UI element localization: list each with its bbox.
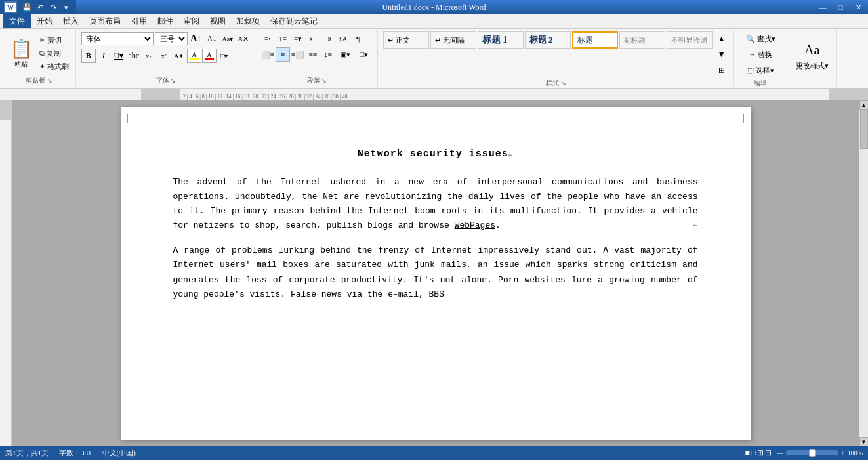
find-button[interactable]: 🔍 查找▾ (741, 31, 780, 46)
sort-button[interactable]: ↕A (336, 31, 350, 46)
menu-review[interactable]: 审阅 (178, 14, 205, 28)
border-para-button[interactable]: □▾ (355, 47, 373, 62)
bold-button[interactable]: B (81, 49, 96, 63)
align-left-button[interactable]: ⬜≡ (260, 47, 275, 62)
undo-button[interactable]: ↶ (34, 1, 46, 13)
text-effect-button[interactable]: A✦ (172, 49, 186, 63)
change-styles-button[interactable]: 更改样式▾ (793, 59, 832, 73)
italic-button[interactable]: I (96, 49, 111, 63)
style-no-space-button[interactable]: ↵ 无间隔 (430, 31, 476, 49)
multilevel-list-button[interactable]: ≡▾ (291, 31, 305, 46)
outline-button[interactable]: ⊟ (765, 448, 772, 458)
underline-button[interactable]: U▾ (112, 49, 126, 63)
para2-text: A range of problems lurking behind the f… (173, 245, 698, 299)
style-h2-button[interactable]: 标题 2 (525, 31, 571, 49)
minimize-button[interactable]: — (814, 1, 831, 13)
para1-return-mark: ↵ (693, 219, 698, 231)
styles-scroll-up[interactable]: ▲ (714, 31, 729, 46)
format-painter-button[interactable]: ✦ 格式刷 (37, 60, 72, 73)
vertical-ruler (0, 100, 12, 446)
web-layout-button[interactable]: ⊞ (757, 448, 764, 458)
zoom-out-button[interactable]: — (777, 450, 783, 457)
menu-insert[interactable]: 插入 (58, 14, 84, 28)
font-group-title: 字体 ↘ (156, 75, 176, 85)
full-screen-button[interactable]: □ (751, 448, 756, 458)
clear-format-button[interactable]: A✕ (236, 31, 251, 46)
justify-button[interactable]: ≡≡ (306, 47, 320, 62)
menu-file[interactable]: 文件 (3, 14, 31, 28)
customize-quick-access-button[interactable]: ▾ (60, 1, 72, 13)
style-normal-label: ↵ 正文 (388, 35, 410, 45)
scroll-up-button[interactable]: ▲ (859, 100, 869, 110)
style-normal-button[interactable]: ↵ 正文 (383, 31, 429, 49)
style-no-space-label: ↵ 无间隔 (435, 35, 465, 45)
copy-button[interactable]: ⧉ 复制 (37, 47, 72, 60)
clipboard-group-title: 剪贴板 ↘ (26, 75, 52, 85)
cut-button[interactable]: ✂ 剪切 (37, 34, 72, 47)
menu-mailings[interactable]: 邮件 (152, 14, 178, 28)
paste-button[interactable]: 📋 粘贴 (7, 33, 35, 73)
redo-button[interactable]: ↷ (47, 1, 59, 13)
show-marks-button[interactable]: ¶ (351, 31, 365, 46)
zoom-in-button[interactable]: + (841, 450, 845, 457)
font-case-button[interactable]: Aa▾ (220, 31, 235, 46)
close-button[interactable]: ✕ (850, 1, 867, 13)
title-bar: W 💾 ↶ ↷ ▾ Untitled1.docx - Microsoft Wor… (0, 0, 868, 14)
save-button[interactable]: 💾 (21, 1, 33, 13)
menu-home[interactable]: 开始 (31, 14, 58, 28)
strikethrough-button[interactable]: abc (127, 49, 141, 63)
styles-more[interactable]: ⊞ (714, 63, 729, 77)
align-center-button[interactable]: ≡ (276, 47, 290, 62)
line-spacing-button[interactable]: ↕≡ (321, 47, 335, 62)
style-title-button[interactable]: 标题 (572, 31, 618, 49)
font-size-select[interactable]: 三号 (155, 32, 188, 45)
font-color-button[interactable]: A (202, 49, 217, 63)
paragraph-2[interactable]: A range of problems lurking behind the f… (173, 243, 698, 301)
webpages-link[interactable]: WebPages (455, 220, 495, 230)
scroll-thumb[interactable] (860, 110, 868, 149)
page-info: 第1页，共1页 (5, 448, 49, 458)
menu-view[interactable]: 视图 (205, 14, 231, 28)
superscript-button[interactable]: x² (157, 49, 171, 63)
page-corner-tl (127, 114, 136, 123)
zoom-slider[interactable] (786, 450, 838, 455)
print-layout-button[interactable]: ■ (745, 448, 750, 458)
replace-button[interactable]: ↔ 替换 (741, 47, 780, 62)
paragraph-1[interactable]: The advent of the Internet ushered in a … (173, 175, 698, 233)
font-grow-button[interactable]: A↑ (189, 31, 203, 46)
highlight-color-button[interactable]: A (187, 49, 201, 63)
numbering-button[interactable]: 1≡ (276, 31, 290, 46)
zoom-level[interactable]: 100% (848, 450, 863, 457)
decrease-indent-button[interactable]: ⇤ (306, 31, 320, 46)
style-subtle-button[interactable]: 不明显强调 (667, 31, 713, 49)
select-button[interactable]: ⬚ 选择▾ (741, 63, 780, 77)
zoom-controls: — + 100% (777, 450, 863, 457)
menu-addins[interactable]: 加载项 (231, 14, 265, 28)
styles-group-title: 样式 ↘ (546, 77, 566, 88)
font-group-content: 宋体 三号 A↑ A↓ Aa▾ A✕ B I U▾ abc x₂ x² (81, 31, 251, 75)
vertical-scrollbar[interactable]: ▲ ▼ (859, 100, 868, 446)
menu-cloud-save[interactable]: 保存到云笔记 (265, 14, 323, 28)
bullets-button[interactable]: ≡• (260, 31, 275, 46)
subscript-button[interactable]: x₂ (142, 49, 156, 63)
clipboard-group: 📋 粘贴 ✂ 剪切 ⧉ 复制 ✦ 格式刷 剪贴板 ↘ (3, 30, 76, 87)
menu-references[interactable]: 引用 (126, 14, 152, 28)
font-name-select[interactable]: 宋体 (81, 32, 154, 45)
menu-page-layout[interactable]: 页面布局 (84, 14, 126, 28)
shading-button[interactable]: ▣▾ (336, 47, 354, 62)
document-area[interactable]: Network security issues↵ The advent of t… (12, 100, 859, 446)
align-right-button[interactable]: ≡⬜ (291, 47, 305, 62)
scroll-down-button[interactable]: ▼ (859, 437, 869, 446)
document-title[interactable]: Network security issues↵ (173, 146, 698, 162)
status-right-controls: ■ □ ⊞ ⊟ — + 100% (745, 448, 863, 458)
maximize-button[interactable]: □ (832, 1, 849, 13)
border-button[interactable]: □▾ (217, 49, 232, 63)
window-title: Untitled1.docx - Microsoft Word (382, 3, 486, 12)
style-h1-button[interactable]: 标题 1 (478, 31, 524, 49)
increase-indent-button[interactable]: ⇥ (321, 31, 335, 46)
style-subtitle-button[interactable]: 副标题 (619, 31, 665, 49)
font-shrink-button[interactable]: A↓ (205, 31, 219, 46)
zoom-thumb[interactable] (809, 449, 816, 457)
status-bar: 第1页，共1页 字数：381 中文(中国) ■ □ ⊞ ⊟ — + 100% (0, 446, 868, 460)
styles-scroll-down[interactable]: ▼ (714, 47, 729, 62)
